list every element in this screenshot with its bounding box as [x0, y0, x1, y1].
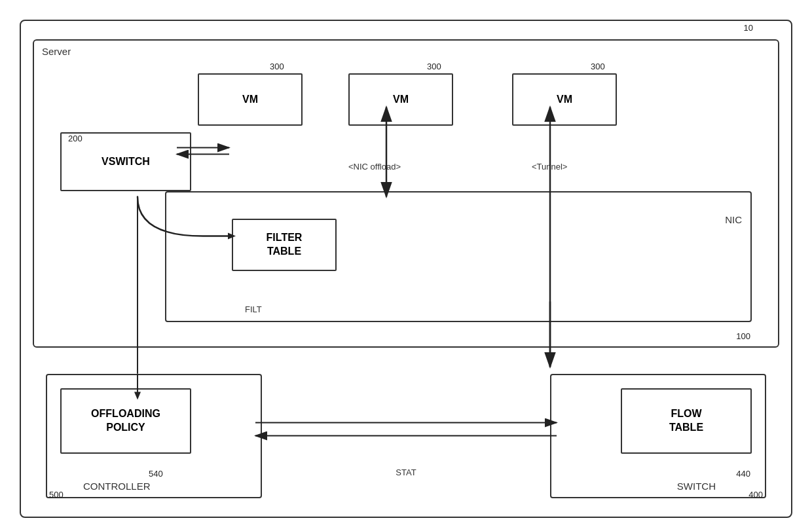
tunnel-label: <Tunnel>	[532, 162, 567, 172]
ref-10: 10	[744, 23, 753, 33]
stat-label: STAT	[396, 467, 416, 477]
switch-outer-box: FLOW TABLE 440 SWITCH	[550, 374, 766, 498]
offloading-policy-box: OFFLOADING POLICY	[60, 388, 191, 454]
offloading-policy-label: OFFLOADING POLICY	[91, 407, 160, 435]
vm-box-3: VM	[512, 73, 617, 126]
flow-table-label: FLOW TABLE	[669, 407, 703, 435]
controller-label: CONTROLLER	[83, 481, 151, 492]
server-box: Server VM 300 VM 300 VM 300 VSWITCH 200 …	[33, 39, 779, 348]
ref-100: 100	[736, 331, 750, 341]
vm-box-2: VM	[348, 73, 453, 126]
controller-outer-box: OFFLOADING POLICY 540 CONTROLLER	[46, 374, 262, 498]
ref-300-3: 300	[591, 62, 605, 71]
diagram-container: 10 Server VM 300 VM 300 VM 300 VSWITCH 2…	[20, 20, 792, 518]
filt-label: FILT	[245, 304, 262, 314]
bottom-area: OFFLOADING POLICY 540 CONTROLLER 500 FLO…	[33, 361, 779, 505]
nic-offload-label: <NIC offload>	[348, 162, 401, 172]
vm-box-1: VM	[198, 73, 303, 126]
ref-400: 400	[748, 490, 763, 500]
vm-label-1: VM	[242, 93, 258, 107]
ref-300-2: 300	[427, 62, 441, 71]
nic-label: NIC	[725, 214, 742, 225]
server-label: Server	[42, 46, 71, 57]
ref-200: 200	[68, 134, 83, 143]
nic-box: FILTER TABLE FILT	[165, 191, 752, 322]
filter-table-box: FILTER TABLE	[232, 219, 337, 271]
switch-label: SWITCH	[677, 481, 716, 492]
ref-540: 540	[149, 469, 163, 479]
ref-440: 440	[736, 469, 750, 479]
vm-label-2: VM	[393, 93, 409, 107]
ref-300-1: 300	[270, 62, 284, 71]
filter-table-label: FILTER TABLE	[267, 231, 303, 259]
vswitch-label: VSWITCH	[101, 155, 150, 169]
vm-label-3: VM	[557, 93, 572, 107]
ref-500: 500	[49, 490, 64, 500]
flow-table-box: FLOW TABLE	[621, 388, 752, 454]
